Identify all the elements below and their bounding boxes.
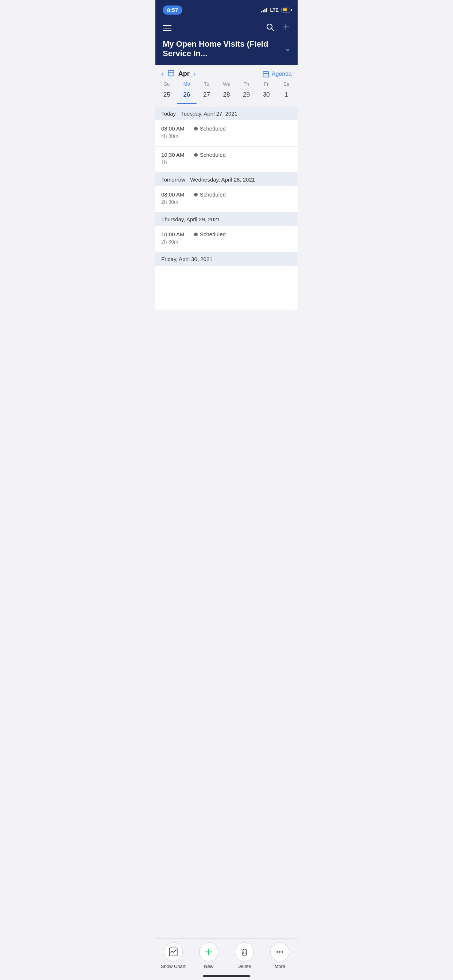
event-time: 08:00 AM [161,191,190,197]
event-time-row: 08:00 AM Scheduled [161,126,292,132]
status-dot-icon [194,127,198,130]
event-status: Scheduled [194,191,226,197]
battery-icon: ⚡ [282,8,290,13]
status-dot-icon [194,193,198,197]
svg-line-1 [272,29,274,31]
day-header-today: Today - Tuesday, April 27, 2021 [155,107,298,120]
day-section-thursday: Thursday, April 29, 2021 10:00 AM Schedu… [155,213,298,252]
agenda-label: Agenda [272,71,292,77]
prev-month-button[interactable]: ‹ [161,70,164,78]
day-col-sa[interactable]: Sa 1 [276,81,296,107]
day-section-friday: Friday, April 30, 2021 [155,252,298,266]
event-duration: 2h 30m [161,199,292,205]
calendar-month-icon [167,69,175,78]
day-col-tu[interactable]: Tu 27 [196,81,217,107]
event-duration: 4h 30m [161,133,292,139]
day-header-thursday: Thursday, April 29, 2021 [155,213,298,226]
week-days-row: Su 25 Mo 26 Tu 27 We 28 Th 29 Fr 30 Sa 1 [155,78,298,107]
add-icon[interactable] [282,22,290,33]
event-status: Scheduled [194,231,226,237]
signal-bars-icon [261,7,267,13]
agenda-view: Today - Tuesday, April 27, 2021 08:00 AM… [155,107,298,310]
status-label: Scheduled [200,191,226,197]
lte-label: LTE [270,7,279,13]
header-actions [266,22,290,33]
day-section-today: Today - Tuesday, April 27, 2021 08:00 AM… [155,107,298,173]
event-duration: 1h [161,159,292,165]
status-bar: 8:57 LTE ⚡ [155,0,298,18]
svg-rect-4 [168,70,174,76]
status-label: Scheduled [200,152,226,158]
svg-rect-8 [263,72,268,77]
next-month-button[interactable]: › [193,70,196,78]
event-time: 10:30 AM [161,152,190,158]
event-item[interactable]: 08:00 AM Scheduled 4h 30m [155,120,298,146]
month-nav: ‹ Apr › [161,69,196,78]
header-top [163,22,290,33]
selected-day-underline [177,103,197,104]
event-item[interactable]: 10:30 AM Scheduled 1h [155,146,298,173]
status-label: Scheduled [200,231,226,237]
event-duration: 2h 30m [161,239,292,245]
event-time-row: 10:00 AM Scheduled [161,231,292,237]
status-dot-icon [194,153,198,157]
event-time: 08:00 AM [161,126,190,132]
status-icons: LTE ⚡ [261,7,290,13]
day-header-friday: Friday, April 30, 2021 [155,252,298,266]
day-col-mo[interactable]: Mo 26 [177,81,197,107]
month-label: Apr [179,70,190,78]
event-item[interactable]: 08:00 AM Scheduled 2h 30m [155,186,298,213]
page-title[interactable]: My Open Home Visits (Field Service In...… [163,40,290,58]
menu-button[interactable] [163,25,171,31]
agenda-view-button[interactable]: Agenda [262,70,292,78]
day-col-we[interactable]: We 28 [217,81,237,107]
event-time-row: 10:30 AM Scheduled [161,152,292,158]
status-time: 8:57 [163,5,182,14]
event-item[interactable]: 10:00 AM Scheduled 2h 30m [155,226,298,252]
day-col-fr[interactable]: Fr 30 [257,81,276,107]
event-status: Scheduled [194,152,226,158]
event-status: Scheduled [194,126,226,132]
event-time: 10:00 AM [161,231,190,237]
day-header-tomorrow: Tomorrow - Wednesday, April 28, 2021 [155,173,298,186]
day-section-tomorrow: Tomorrow - Wednesday, April 28, 2021 08:… [155,173,298,213]
calendar-nav: ‹ Apr › Agenda [155,65,298,78]
day-col-su[interactable]: Su 25 [157,81,177,107]
event-time-row: 08:00 AM Scheduled [161,191,292,197]
day-col-th[interactable]: Th 29 [236,81,257,107]
status-label: Scheduled [200,126,226,132]
dropdown-chevron-icon: ⌄ [285,45,290,53]
page-title-text: My Open Home Visits (Field Service In... [163,40,282,58]
search-icon[interactable] [266,22,274,33]
status-dot-icon [194,232,198,236]
app-header: My Open Home Visits (Field Service In...… [155,18,298,65]
